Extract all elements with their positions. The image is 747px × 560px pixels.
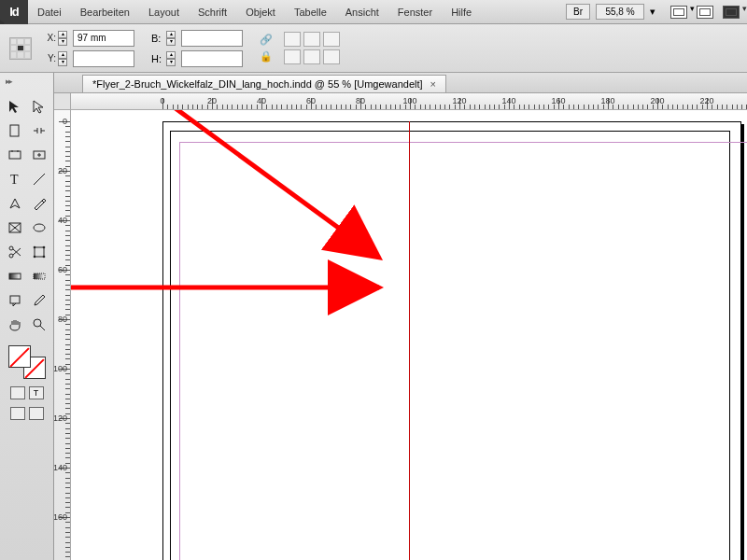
gradient-swatch-tool[interactable] xyxy=(4,265,26,287)
svg-text:T: T xyxy=(10,173,19,187)
direct-selection-tool[interactable] xyxy=(28,95,50,118)
svg-rect-11 xyxy=(35,247,44,257)
screen-mode-normal-icon[interactable]: ▾ xyxy=(670,6,687,19)
tab-strip: *Flyer_2-Bruch_Wickelfalz_DIN_lang_hoch.… xyxy=(54,73,747,93)
tool-grid: T xyxy=(4,95,50,336)
scissors-tool[interactable] xyxy=(4,241,26,263)
rectangle-frame-tool[interactable] xyxy=(4,217,26,239)
align-5-icon[interactable] xyxy=(303,49,320,64)
vertical-ruler[interactable]: 020406080100120140160180 xyxy=(54,110,71,560)
view-mode-row xyxy=(10,407,44,420)
content-placer-tool[interactable] xyxy=(28,144,50,166)
xy-coordinates: X: ▴▾ Y: ▴▾ xyxy=(43,29,140,68)
gradient-feather-tool[interactable] xyxy=(28,265,50,287)
canvas[interactable]: 020406080100120140160180200220 020406080… xyxy=(54,93,747,560)
align-distribute-group xyxy=(284,32,340,64)
align-4-icon[interactable] xyxy=(284,49,301,64)
ruler-origin-corner[interactable] xyxy=(54,93,71,110)
link-icon[interactable]: 🔗 xyxy=(260,34,273,47)
menu-type[interactable]: Schrift xyxy=(189,2,236,22)
menu-list: Datei Bearbeiten Layout Schrift Objekt T… xyxy=(28,2,566,22)
wh-dimensions: B: ▴▾ H: ▴▾ xyxy=(151,29,248,68)
zoom-field[interactable]: 55,8 % xyxy=(596,4,644,20)
hand-tool[interactable] xyxy=(4,314,26,336)
preview-view-icon[interactable] xyxy=(29,407,44,420)
pasteboard xyxy=(71,110,747,560)
h-stepper[interactable]: ▴▾ xyxy=(166,51,179,66)
zoom-dropdown-icon[interactable]: ▾ xyxy=(650,6,655,18)
svg-rect-1 xyxy=(9,151,21,159)
fold-guide[interactable] xyxy=(409,121,410,560)
close-tab-icon[interactable]: × xyxy=(430,78,436,90)
svg-line-20 xyxy=(40,326,45,330)
menu-help[interactable]: Hilfe xyxy=(442,2,481,22)
apply-text-icon[interactable]: T xyxy=(29,386,44,399)
svg-point-15 xyxy=(42,256,45,259)
svg-point-9 xyxy=(9,246,13,250)
constrain-group: 🔗 🔒 xyxy=(260,34,273,63)
align-6-icon[interactable] xyxy=(323,49,340,64)
document-area: *Flyer_2-Bruch_Wickelfalz_DIN_lang_hoch.… xyxy=(54,73,747,560)
selection-tool[interactable] xyxy=(4,95,26,118)
apply-color-row: T xyxy=(10,386,44,399)
document-tab[interactable]: *Flyer_2-Bruch_Wickelfalz_DIN_lang_hoch.… xyxy=(82,75,446,92)
document-tab-title: *Flyer_2-Bruch_Wickelfalz_DIN_lang_hoch.… xyxy=(92,78,423,90)
h-field[interactable] xyxy=(181,50,243,67)
fill-swatch[interactable] xyxy=(8,345,31,368)
align-1-icon[interactable] xyxy=(284,32,301,47)
pencil-tool[interactable] xyxy=(28,192,50,215)
w-stepper[interactable]: ▴▾ xyxy=(166,31,179,46)
ellipse-tool[interactable] xyxy=(28,217,50,239)
margin-guides xyxy=(179,142,747,560)
svg-rect-16 xyxy=(9,273,21,279)
svg-line-4 xyxy=(34,174,45,185)
type-tool[interactable]: T xyxy=(4,168,26,190)
eyedropper-tool[interactable] xyxy=(28,289,50,312)
line-tool[interactable] xyxy=(28,168,50,190)
menu-file[interactable]: Datei xyxy=(28,2,71,22)
svg-point-13 xyxy=(42,246,45,249)
arrange-documents-icon[interactable] xyxy=(697,6,713,19)
bridge-button[interactable]: Br xyxy=(566,4,590,20)
align-3-icon[interactable] xyxy=(323,32,340,47)
svg-point-19 xyxy=(34,319,41,327)
page-tool[interactable] xyxy=(4,119,26,142)
w-field[interactable] xyxy=(181,30,243,47)
y-field[interactable] xyxy=(73,50,134,67)
apply-container-icon[interactable] xyxy=(10,386,25,399)
align-2-icon[interactable] xyxy=(303,32,320,47)
fill-stroke-swatches[interactable] xyxy=(8,345,46,379)
svg-rect-18 xyxy=(10,296,20,303)
w-label: B: xyxy=(151,33,164,44)
normal-view-icon[interactable] xyxy=(10,407,25,420)
menu-window[interactable]: Fenster xyxy=(388,2,442,22)
y-label: Y: xyxy=(43,53,56,63)
lock-icon[interactable]: 🔒 xyxy=(260,50,273,63)
pen-tool[interactable] xyxy=(4,192,26,215)
menubar: Id Datei Bearbeiten Layout Schrift Objek… xyxy=(0,0,747,24)
svg-point-10 xyxy=(9,254,13,258)
menu-object[interactable]: Objekt xyxy=(236,2,285,22)
content-collector-tool[interactable] xyxy=(4,144,26,166)
menu-layout[interactable]: Layout xyxy=(139,2,189,22)
svg-point-8 xyxy=(34,224,45,231)
menu-view[interactable]: Ansicht xyxy=(336,2,388,22)
menu-edit[interactable]: Bearbeiten xyxy=(71,2,139,22)
svg-point-14 xyxy=(33,256,35,259)
svg-point-12 xyxy=(33,246,35,249)
reference-point[interactable] xyxy=(9,37,32,60)
x-stepper[interactable]: ▴▾ xyxy=(58,31,71,46)
zoom-tool[interactable] xyxy=(28,314,50,336)
toolbox: T T xyxy=(0,73,54,560)
menu-table[interactable]: Tabelle xyxy=(285,2,336,22)
svg-rect-17 xyxy=(34,273,45,279)
control-bar: X: ▴▾ Y: ▴▾ B: ▴▾ H: ▴▾ 🔗 🔒 xyxy=(0,24,747,73)
free-transform-tool[interactable] xyxy=(28,241,50,263)
workspace-switcher-icon[interactable]: ▾ xyxy=(723,6,740,19)
horizontal-ruler[interactable]: 020406080100120140160180200220 xyxy=(71,93,747,110)
work-area: T T xyxy=(0,73,747,560)
y-stepper[interactable]: ▴▾ xyxy=(58,51,71,66)
x-field[interactable] xyxy=(73,30,134,47)
gap-tool[interactable] xyxy=(28,119,50,142)
note-tool[interactable] xyxy=(4,289,26,312)
